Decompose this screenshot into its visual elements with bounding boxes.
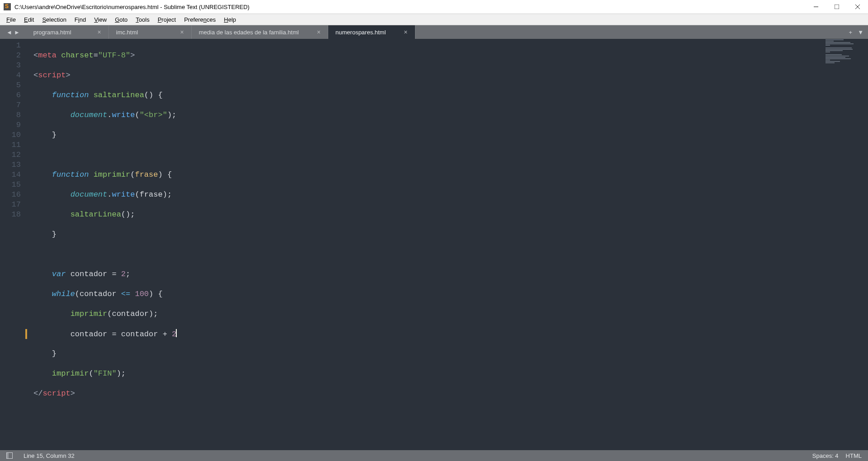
tab-menu-icon[interactable]: ▼: [858, 29, 863, 36]
tab-close-icon[interactable]: ×: [386, 29, 407, 35]
status-bar: Line 15, Column 32 Spaces: 4 HTML: [0, 450, 868, 461]
menu-bar: File Edit Selection Find View Goto Tools…: [0, 14, 868, 25]
window-title: C:\Users\andre\OneDrive\Escritorio\numer…: [14, 4, 250, 10]
line-number: 9: [2, 120, 21, 130]
menu-preferences[interactable]: Preferences: [180, 15, 219, 24]
tab-media[interactable]: media de las edades de la familia.html ×: [192, 25, 328, 39]
menu-goto[interactable]: Goto: [111, 15, 131, 24]
minimize-button[interactable]: [806, 0, 826, 14]
maximize-button[interactable]: [826, 0, 847, 14]
tab-label: media de las edades de la familia.html: [199, 29, 299, 36]
menu-edit[interactable]: Edit: [20, 15, 38, 24]
tab-programa[interactable]: programa.html ×: [26, 25, 109, 39]
line-number-gutter: 1 2 3 4 5 6 7 8 9 10 11 12 13 14 15 16 1…: [0, 39, 27, 450]
svg-rect-1: [835, 5, 839, 9]
tab-history-nav: ◄ ►: [0, 25, 26, 39]
line-number: 11: [2, 140, 21, 150]
status-line-col[interactable]: Line 15, Column 32: [24, 452, 75, 459]
tab-label: programa.html: [33, 29, 71, 36]
code-view[interactable]: <meta charset="UTF-8"> <script> function…: [27, 39, 823, 450]
line-number: 2: [2, 51, 21, 61]
line-number: 1: [2, 41, 21, 51]
line-number: 13: [2, 160, 21, 170]
menu-tools[interactable]: Tools: [132, 15, 153, 24]
line-number: 16: [2, 190, 21, 200]
menu-selection[interactable]: Selection: [38, 15, 70, 24]
nav-forward-icon[interactable]: ►: [14, 29, 20, 36]
close-button[interactable]: [847, 0, 868, 14]
tab-imc[interactable]: imc.html ×: [109, 25, 192, 39]
nav-back-icon[interactable]: ◄: [6, 29, 12, 36]
menu-help[interactable]: Help: [220, 15, 240, 24]
new-tab-icon[interactable]: +: [849, 29, 853, 36]
tab-numerospares[interactable]: numerospares.html ×: [328, 25, 415, 39]
tab-label: imc.html: [116, 29, 138, 36]
tab-bar: ◄ ► programa.html × imc.html × media de …: [0, 25, 868, 39]
line-number: 15: [2, 180, 21, 190]
menu-project[interactable]: Project: [154, 15, 179, 24]
minimap[interactable]: [823, 39, 868, 450]
line-number: 5: [2, 80, 21, 90]
menu-view[interactable]: View: [90, 15, 110, 24]
line-number: 14: [2, 170, 21, 180]
line-number: 12: [2, 150, 21, 160]
tab-label: numerospares.html: [335, 29, 386, 36]
title-bar: C:\Users\andre\OneDrive\Escritorio\numer…: [0, 0, 868, 14]
line-number: 10: [2, 130, 21, 140]
status-syntax[interactable]: HTML: [846, 452, 862, 459]
text-cursor: [176, 329, 177, 337]
line-number: 3: [2, 61, 21, 71]
tab-close-icon[interactable]: ×: [80, 29, 101, 35]
sidebar-toggle-icon[interactable]: [6, 452, 16, 459]
line-number: 7: [2, 100, 21, 110]
menu-find[interactable]: Find: [71, 15, 90, 24]
line-number: 8: [2, 110, 21, 120]
line-number: 4: [2, 71, 21, 80]
tab-close-icon[interactable]: ×: [299, 29, 321, 35]
tab-close-icon[interactable]: ×: [162, 29, 184, 35]
app-icon: [4, 3, 11, 10]
menu-file[interactable]: File: [3, 15, 19, 24]
line-number: 18: [2, 210, 21, 220]
status-indent[interactable]: Spaces: 4: [812, 452, 839, 459]
line-number: 17: [2, 200, 21, 210]
editor-area: 1 2 3 4 5 6 7 8 9 10 11 12 13 14 15 16 1…: [0, 39, 868, 450]
modified-line-marker: [25, 329, 27, 339]
line-number: 6: [2, 90, 21, 100]
